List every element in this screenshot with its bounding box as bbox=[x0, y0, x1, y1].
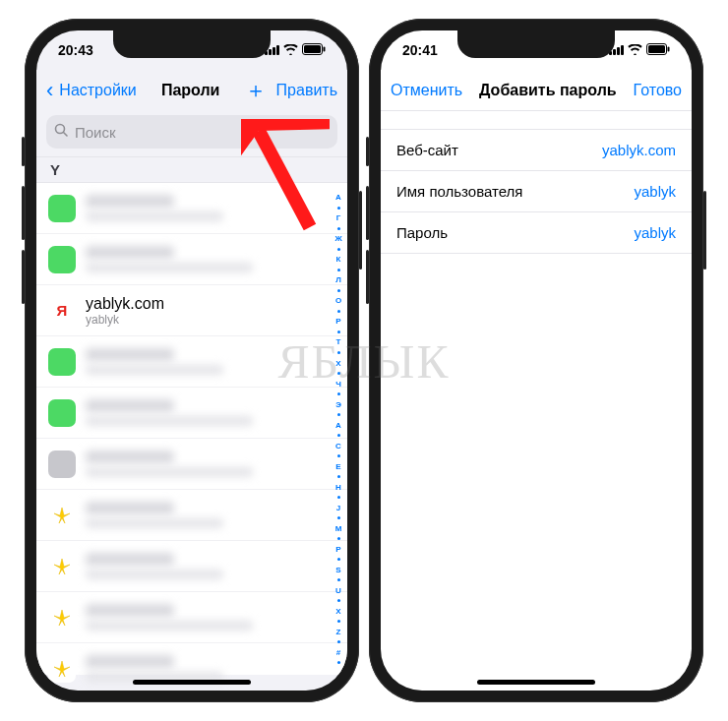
status-time: 20:43 bbox=[58, 42, 93, 58]
list-item-yablyk[interactable]: Я yablyk.com yablyk bbox=[36, 285, 347, 336]
back-button[interactable]: ‹ Настройки bbox=[46, 82, 137, 99]
index-letter[interactable]: К bbox=[336, 255, 341, 264]
index-letter[interactable]: U bbox=[335, 586, 341, 595]
section-header: Y bbox=[36, 156, 347, 183]
list-item[interactable] bbox=[36, 388, 347, 439]
index-letter[interactable]: Т bbox=[336, 337, 341, 346]
svg-line-4 bbox=[64, 133, 68, 137]
index-letter[interactable]: Z bbox=[336, 628, 341, 636]
index-bar[interactable]: АГЖКЛОРТХЧЭACEHJMPSUXZ# bbox=[332, 183, 345, 675]
wifi-icon bbox=[628, 43, 642, 58]
site-icon bbox=[48, 246, 76, 273]
edit-button[interactable]: Править bbox=[276, 82, 337, 99]
home-indicator[interactable] bbox=[133, 680, 251, 685]
back-label: Настройки bbox=[59, 82, 136, 99]
list-item[interactable] bbox=[36, 234, 347, 285]
index-dot bbox=[337, 516, 340, 519]
index-letter[interactable]: Э bbox=[335, 400, 341, 409]
index-dot bbox=[337, 227, 340, 230]
list-item[interactable] bbox=[36, 183, 347, 234]
site-icon bbox=[48, 399, 76, 427]
index-letter[interactable]: S bbox=[335, 566, 340, 574]
index-letter[interactable]: Г bbox=[336, 213, 341, 222]
index-letter[interactable]: J bbox=[336, 504, 340, 512]
index-dot bbox=[337, 661, 340, 664]
site-icon bbox=[48, 502, 76, 529]
svg-rect-2 bbox=[324, 46, 326, 51]
battery-icon bbox=[646, 43, 670, 58]
status-time: 20:41 bbox=[402, 42, 438, 58]
field-label: Веб-сайт bbox=[396, 142, 458, 158]
nav-bar: Отменить Добавить пароль Готово bbox=[381, 70, 692, 111]
index-letter[interactable]: A bbox=[335, 421, 341, 430]
screen-right: 20:41 Отменить Добавить пароль Готово bbox=[381, 30, 692, 691]
site-icon bbox=[48, 655, 76, 683]
list-item[interactable] bbox=[36, 490, 347, 541]
index-dot bbox=[337, 372, 340, 375]
website-field[interactable]: Веб-сайт yablyk.com bbox=[381, 130, 692, 171]
index-dot bbox=[337, 620, 340, 623]
index-dot bbox=[337, 413, 340, 416]
index-dot bbox=[337, 269, 340, 271]
site-icon bbox=[48, 451, 76, 478]
search-input[interactable]: Поиск bbox=[46, 115, 337, 149]
field-label: Пароль bbox=[396, 224, 448, 241]
index-dot bbox=[337, 558, 340, 561]
index-letter[interactable]: P bbox=[335, 545, 340, 554]
index-dot bbox=[337, 207, 340, 210]
index-letter[interactable]: # bbox=[336, 648, 340, 657]
password-list[interactable]: Я yablyk.com yablyk bbox=[36, 183, 347, 675]
index-letter[interactable]: Ч bbox=[335, 380, 341, 389]
index-letter[interactable]: Ж bbox=[334, 234, 341, 243]
home-indicator[interactable] bbox=[477, 680, 595, 685]
wifi-icon bbox=[283, 43, 298, 58]
field-value: yablyk bbox=[634, 224, 676, 241]
index-letter[interactable]: H bbox=[335, 483, 341, 492]
site-icon bbox=[48, 195, 76, 222]
password-field[interactable]: Пароль yablyk bbox=[381, 212, 692, 254]
index-dot bbox=[337, 330, 340, 333]
battery-icon bbox=[302, 43, 326, 58]
index-letter[interactable]: О bbox=[335, 296, 341, 305]
site-name: yablyk.com bbox=[86, 295, 164, 313]
index-letter[interactable]: Р bbox=[335, 317, 340, 326]
search-wrap: Поиск bbox=[36, 111, 347, 156]
site-icon bbox=[48, 348, 76, 376]
phone-right: 20:41 Отменить Добавить пароль Готово bbox=[369, 19, 703, 702]
index-dot bbox=[337, 310, 340, 313]
index-letter[interactable]: Х bbox=[335, 359, 340, 368]
add-password-form: Веб-сайт yablyk.com Имя пользователя yab… bbox=[381, 129, 692, 254]
notch bbox=[113, 30, 271, 58]
index-dot bbox=[337, 454, 340, 457]
page-title: Добавить пароль bbox=[462, 82, 633, 99]
cancel-button[interactable]: Отменить bbox=[391, 82, 462, 99]
index-letter[interactable]: C bbox=[335, 442, 341, 451]
index-dot bbox=[337, 578, 340, 581]
nav-bar: ‹ Настройки Пароли ＋ Править bbox=[36, 70, 347, 111]
list-item[interactable] bbox=[36, 541, 347, 592]
status-indicators bbox=[265, 43, 326, 58]
index-dot bbox=[337, 496, 340, 499]
index-dot bbox=[337, 475, 340, 478]
screen-left: 20:43 ‹ Настройки Пароли bbox=[36, 30, 347, 691]
phone-left: 20:43 ‹ Настройки Пароли bbox=[25, 19, 359, 702]
index-dot bbox=[337, 392, 340, 395]
notch bbox=[457, 30, 615, 58]
svg-rect-8 bbox=[668, 46, 670, 51]
index-letter[interactable]: M bbox=[335, 524, 342, 533]
done-button[interactable]: Готово bbox=[634, 82, 682, 99]
list-item[interactable] bbox=[36, 592, 347, 643]
svg-rect-1 bbox=[304, 45, 321, 53]
site-icon: Я bbox=[48, 297, 76, 325]
index-letter[interactable]: E bbox=[335, 462, 340, 471]
username-field[interactable]: Имя пользователя yablyk bbox=[381, 171, 692, 212]
index-dot bbox=[337, 351, 340, 354]
list-item[interactable] bbox=[36, 336, 347, 388]
index-letter[interactable]: А bbox=[335, 193, 341, 202]
site-icon bbox=[48, 553, 76, 580]
index-letter[interactable]: X bbox=[335, 607, 340, 616]
list-item[interactable] bbox=[36, 439, 347, 490]
index-letter[interactable]: Л bbox=[335, 275, 341, 284]
site-user: yablyk bbox=[86, 313, 164, 327]
field-label: Имя пользователя bbox=[396, 183, 522, 200]
